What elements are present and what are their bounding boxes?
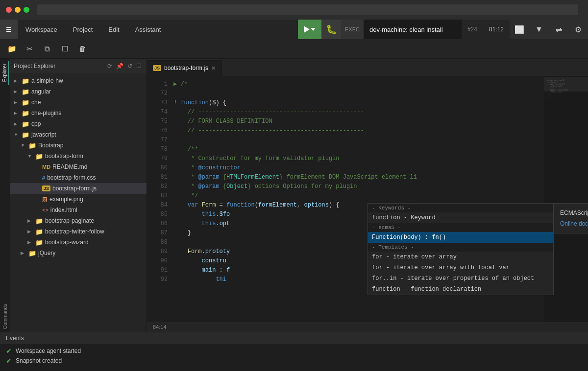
explorer-sidebar-label[interactable]: Explorer <box>1 61 9 85</box>
folder-icon: 📁 <box>28 142 36 149</box>
event-item-snapshot: ✔ Snapshot created <box>6 357 582 365</box>
tree-item-index-html[interactable]: ▶ <> index.html <box>10 205 147 215</box>
autocomplete-popup[interactable]: - Keywords - function - Keyword - ecma5 … <box>368 203 554 295</box>
close-button[interactable] <box>6 7 12 13</box>
ac-section-ecma5: - ecma5 - <box>368 223 553 232</box>
tree-item-readme[interactable]: ▶ MD README.md <box>10 162 147 172</box>
exec-command: dev-machine: clean install <box>364 20 462 39</box>
folder-icon: 📁 <box>35 153 43 160</box>
tree-item-bootstrap-wizard[interactable]: ▶ 📁 bootstrap-wizard <box>10 237 147 248</box>
code-editor-area: JS bootstrap-form.js ✕ 1 72 73 74 75 76 … <box>147 59 588 332</box>
title-bar <box>0 0 588 20</box>
tree-item-angular[interactable]: ▶ 📁 angular <box>10 86 147 97</box>
menu-project[interactable]: Project <box>65 20 100 39</box>
refresh-icon[interactable]: ↺ <box>126 62 133 70</box>
tab-bootstrap-form-js[interactable]: JS bootstrap-form.js ✕ <box>147 60 222 76</box>
arrow-icon: ▶ <box>14 111 20 116</box>
menu-assistant[interactable]: Assistant <box>127 20 169 39</box>
ac-item-forin[interactable]: for..in - iterate over properties of an … <box>368 273 553 284</box>
tree-item-bootstrap-form[interactable]: ▼ 📁 bootstrap-form <box>10 151 147 162</box>
traffic-lights <box>6 7 29 13</box>
js-file-icon: JS <box>42 186 50 191</box>
split-button[interactable]: ⇌ <box>549 20 568 39</box>
tree-item-bootstrap-js[interactable]: ▶ JS bootstrap-form.js <box>10 183 147 194</box>
debug-button[interactable]: 🐛 <box>321 20 341 39</box>
pin-icon[interactable]: 📌 <box>115 62 124 70</box>
folder-icon: 📁 <box>35 228 43 235</box>
minimap-highlight <box>544 77 588 92</box>
events-label: Events <box>0 332 588 344</box>
tree-item-example-png[interactable]: ▶ 🖼 example.png <box>10 194 147 205</box>
arrow-icon: ▼ <box>14 132 20 137</box>
md-icon: MD <box>42 164 50 170</box>
menu-bar: ☰ Workspace Project Edit Assistant 🐛 EXE… <box>0 20 588 39</box>
tab-bar: JS bootstrap-form.js ✕ <box>147 59 588 76</box>
new-file-button[interactable]: 📁 <box>4 41 20 57</box>
side-icons: Explorer Commands <box>0 59 10 332</box>
run-arrow-icon <box>304 26 310 33</box>
tree-item-bootstrap[interactable]: ▼ 📁 Bootstrap <box>10 140 147 151</box>
menu-edit[interactable]: Edit <box>100 20 127 39</box>
exec-label: EXEC <box>341 20 364 39</box>
doc-popup: ECMAScript reserved keyword Online docum… <box>554 203 588 233</box>
folder-icon: 📁 <box>22 88 29 95</box>
dropdown-button[interactable]: ▼ <box>529 20 549 39</box>
delete-button[interactable]: 🗑 <box>74 41 90 57</box>
tab-label: bootstrap-form.js <box>164 65 208 71</box>
tree-item-cpp[interactable]: ▶ 📁 cpp <box>10 118 147 129</box>
folder-icon: 📁 <box>22 120 29 128</box>
cursor-position: 84:14 <box>147 322 588 332</box>
panel-title: Project Explorer <box>14 63 104 70</box>
settings-button[interactable]: ⚙ <box>568 20 588 39</box>
ac-section-keywords: - Keywords - <box>368 204 553 212</box>
paste-button[interactable]: ☐ <box>57 41 73 57</box>
ac-item-function-keyword[interactable]: function - Keyword <box>368 212 553 223</box>
menu-workspace[interactable]: Workspace <box>18 20 65 39</box>
tree-item-bootstrap-twitter[interactable]: ▶ 📁 bootstrap-twitter-follow <box>10 226 147 237</box>
layout-button[interactable]: ⬜ <box>510 20 529 39</box>
event-item-workspace: ✔ Workspace agent started <box>6 347 582 355</box>
commands-sidebar-label[interactable]: Commands <box>1 301 9 332</box>
events-panel: Events ✔ Workspace agent started ✔ Snaps… <box>0 332 588 371</box>
arrow-icon: ▶ <box>14 78 20 83</box>
ac-item-function-ecma5[interactable]: Function(body) : fn() <box>368 232 553 243</box>
explorer-panel: Project Explorer ⟳ 📌 ↺ ☐ ▶ 📁 a-simple-hw… <box>10 59 147 332</box>
folder-icon: 📁 <box>22 110 29 117</box>
check-icon: ✔ <box>6 357 12 365</box>
folder-icon: 📁 <box>22 99 29 106</box>
exec-number: #24 <box>462 20 483 39</box>
minimize-button[interactable] <box>15 7 21 13</box>
ac-item-for-array[interactable]: for - iterate over array <box>368 252 553 262</box>
main-area: Explorer Commands Project Explorer ⟳ 📌 ↺… <box>0 59 588 332</box>
event-text-workspace: Workspace agent started <box>16 348 81 354</box>
doc-link[interactable]: Online documentation <box>560 220 588 227</box>
tree-item-che[interactable]: ▶ 📁 che <box>10 97 147 108</box>
sync-icon[interactable]: ⟳ <box>106 62 113 70</box>
collapse-icon[interactable]: ☐ <box>135 62 143 70</box>
arrow-icon: ▼ <box>27 154 33 159</box>
tree-item-javascript[interactable]: ▼ 📁 javascript <box>10 129 147 140</box>
tree-item-che-plugins[interactable]: ▶ 📁 che-plugins <box>10 108 147 118</box>
tab-close-icon[interactable]: ✕ <box>211 65 216 71</box>
tree-item-bootstrap-paginate[interactable]: ▶ 📁 bootstrap-paginate <box>10 215 147 226</box>
cut-button[interactable]: ✂ <box>22 41 37 57</box>
tree-item-jquery[interactable]: ▶ 📁 jQuery <box>10 248 147 258</box>
event-text-snapshot: Snapshot created <box>16 357 62 364</box>
ac-item-function-decl[interactable]: function - function declaration <box>368 284 553 295</box>
events-content: ✔ Workspace agent started ✔ Snapshot cre… <box>0 344 588 371</box>
bug-icon: 🐛 <box>326 24 337 35</box>
line-numbers: 1 72 73 74 75 76 77 78 79 80 81 82 83 84… <box>147 76 172 322</box>
panel-header: Project Explorer ⟳ 📌 ↺ ☐ <box>10 59 147 73</box>
copy-button[interactable]: ⧉ <box>39 41 55 57</box>
tree-item-a-simple-hw[interactable]: ▶ 📁 a-simple-hw <box>10 75 147 86</box>
folder-icon: 📁 <box>28 250 36 257</box>
title-input[interactable] <box>37 4 578 15</box>
tree-item-bootstrap-css[interactable]: ▶ # bootstrap-form.css <box>10 172 147 183</box>
arrow-icon: ▶ <box>27 240 33 245</box>
arrow-icon: ▶ <box>27 229 33 234</box>
folder-icon: 📁 <box>22 131 29 139</box>
maximize-button[interactable] <box>24 7 29 13</box>
ac-item-for-array-local[interactable]: for - iterate over array with local var <box>368 262 553 273</box>
run-button[interactable] <box>298 20 321 39</box>
menu-toggle-button[interactable]: ☰ <box>0 20 18 39</box>
